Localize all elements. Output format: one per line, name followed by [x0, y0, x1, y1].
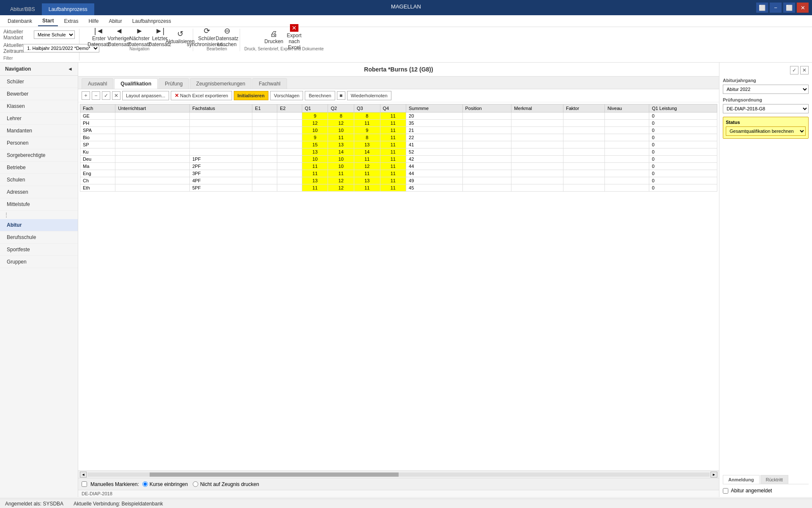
cell-q2[interactable]: 10 — [328, 163, 354, 170]
cell-e1[interactable] — [252, 177, 277, 184]
cell-q1leistung[interactable]: 0 — [649, 184, 717, 192]
table-row[interactable]: Eng3PF11111111440 — [80, 170, 717, 177]
cell-q4[interactable]: 11 — [380, 184, 406, 192]
table-row[interactable]: Ma2PF11101211440 — [80, 163, 717, 170]
tab-anmeldung[interactable]: Anmeldung — [723, 475, 760, 484]
sidebar-item-klassen[interactable]: Klassen — [0, 100, 78, 113]
cell-unterrichtsart[interactable] — [115, 141, 190, 148]
cell-position[interactable] — [462, 141, 511, 148]
maximize-button[interactable]: ⬜ — [783, 3, 795, 13]
cell-fach[interactable]: Ma — [80, 163, 115, 170]
sidebar-item-schueler[interactable]: Schüler — [0, 76, 78, 88]
cell-position[interactable] — [462, 113, 511, 120]
sidebar-item-personen[interactable]: Personen — [0, 137, 78, 149]
cell-faktor[interactable] — [563, 141, 604, 148]
sidebar-collapse-icon[interactable]: ◄ — [68, 66, 73, 72]
cell-e1[interactable] — [252, 113, 277, 120]
cell-summe[interactable]: 44 — [406, 170, 462, 177]
cell-fach[interactable]: PH — [80, 120, 115, 127]
cell-q4[interactable]: 11 — [380, 141, 406, 148]
table-row[interactable]: GE98811200 — [80, 113, 717, 120]
cell-unterrichtsart[interactable] — [115, 184, 190, 192]
cell-q4[interactable]: 11 — [380, 156, 406, 163]
next-record-button[interactable]: ► NächsterDatensatz — [130, 29, 149, 46]
cell-niveau[interactable] — [605, 184, 649, 192]
cell-e2[interactable] — [277, 148, 302, 156]
cell-merkmal[interactable] — [511, 120, 563, 127]
cell-q1[interactable]: 11 — [302, 184, 328, 192]
cell-q1[interactable]: 13 — [302, 148, 328, 156]
cell-summe[interactable]: 42 — [406, 156, 462, 163]
cell-faktor[interactable] — [563, 120, 604, 127]
horizontal-scrollbar[interactable]: ◄ ► — [78, 470, 719, 478]
cell-q2[interactable]: 10 — [328, 127, 354, 134]
cell-e1[interactable] — [252, 141, 277, 148]
cell-position[interactable] — [462, 156, 511, 163]
table-row[interactable]: SP15131311410 — [80, 141, 717, 148]
sidebar-item-gruppen[interactable]: Gruppen — [0, 256, 78, 268]
cell-fachstatus[interactable]: 5PF — [189, 184, 252, 192]
berechnen-button[interactable]: Berechnen — [305, 91, 335, 100]
cell-unterrichtsart[interactable] — [115, 134, 190, 141]
cell-merkmal[interactable] — [511, 177, 563, 184]
cell-q4[interactable]: 11 — [380, 127, 406, 134]
sidebar-item-adressen[interactable]: Adressen — [0, 186, 78, 198]
cell-fachstatus[interactable]: 4PF — [189, 177, 252, 184]
tab-fachwahl[interactable]: Fachwahl — [252, 78, 287, 89]
tab-pruefung[interactable]: Prüfung — [159, 78, 189, 89]
cell-niveau[interactable] — [605, 134, 649, 141]
cell-position[interactable] — [462, 120, 511, 127]
cell-e2[interactable] — [277, 156, 302, 163]
cell-unterrichtsart[interactable] — [115, 148, 190, 156]
cell-niveau[interactable] — [605, 177, 649, 184]
cell-q4[interactable]: 11 — [380, 177, 406, 184]
radio-kurse-input[interactable] — [142, 481, 148, 487]
cell-q4[interactable]: 11 — [380, 170, 406, 177]
pruefungsordnung-select[interactable]: DE-DIAP-2018-G8 — [723, 104, 809, 113]
initialisieren-button[interactable]: Initialisieren — [234, 91, 268, 100]
menu-hilfe[interactable]: Hilfe — [84, 16, 103, 26]
cell-unterrichtsart[interactable] — [115, 163, 190, 170]
cell-niveau[interactable] — [605, 163, 649, 170]
cell-q3[interactable]: 14 — [354, 148, 380, 156]
tab-auswahl[interactable]: Auswahl — [82, 78, 113, 89]
cell-position[interactable] — [462, 163, 511, 170]
cell-q1[interactable]: 9 — [302, 134, 328, 141]
cell-fach[interactable]: Eng — [80, 170, 115, 177]
table-row[interactable]: SPA1010911210 — [80, 127, 717, 134]
sidebar-item-betriebe[interactable]: Betriebe — [0, 162, 78, 174]
cell-q3[interactable]: 11 — [354, 184, 380, 192]
scroll-left-arrow[interactable]: ◄ — [80, 472, 87, 478]
cell-e1[interactable] — [252, 163, 277, 170]
cell-q3[interactable]: 11 — [354, 170, 380, 177]
cell-q3[interactable]: 13 — [354, 177, 380, 184]
minimize-button[interactable]: − — [770, 3, 782, 13]
cell-summe[interactable]: 21 — [406, 127, 462, 134]
right-confirm-button[interactable]: ✓ — [790, 66, 798, 74]
cell-q1leistung[interactable]: 0 — [649, 163, 717, 170]
sidebar-item-sportfeste[interactable]: Sportfeste — [0, 244, 78, 256]
cell-e2[interactable] — [277, 184, 302, 192]
cell-position[interactable] — [462, 170, 511, 177]
right-cancel-button[interactable]: ✕ — [800, 66, 809, 74]
notes-button[interactable]: ■ — [337, 91, 345, 100]
first-record-button[interactable]: |◄ ErsterDatensatz — [90, 29, 108, 46]
layout-button[interactable]: Layout anpassen... — [122, 91, 169, 100]
cell-fachstatus[interactable]: 3PF — [189, 170, 252, 177]
cell-q1leistung[interactable]: 0 — [649, 120, 717, 127]
excel-export-button[interactable]: ✕ Nach Excel exportieren — [171, 91, 232, 100]
scroll-thumb[interactable] — [150, 472, 399, 477]
cell-merkmal[interactable] — [511, 141, 563, 148]
cell-q1leistung[interactable]: 0 — [649, 127, 717, 134]
cell-fach[interactable]: Bio — [80, 134, 115, 141]
cell-fach[interactable]: Deu — [80, 156, 115, 163]
cell-q3[interactable]: 9 — [354, 127, 380, 134]
cell-fachstatus[interactable] — [189, 120, 252, 127]
cell-fach[interactable]: Eth — [80, 184, 115, 192]
cell-niveau[interactable] — [605, 148, 649, 156]
tab-ruecktritt[interactable]: Rücktritt — [760, 475, 788, 484]
cell-e2[interactable] — [277, 163, 302, 170]
menu-extras[interactable]: Extras — [60, 16, 82, 26]
cell-fach[interactable]: GE — [80, 113, 115, 120]
cell-q4[interactable]: 11 — [380, 134, 406, 141]
